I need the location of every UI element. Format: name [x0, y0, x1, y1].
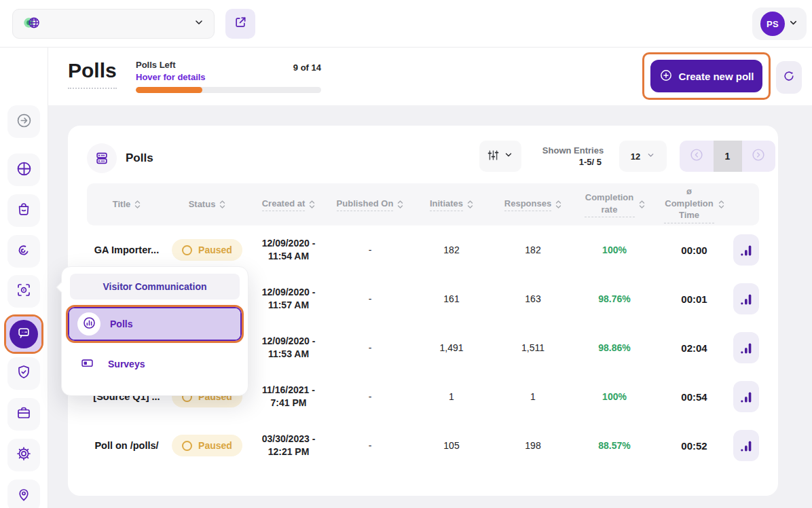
shown-entries: Shown Entries 1-5/ 5 — [536, 145, 610, 167]
refresh-button[interactable] — [776, 61, 802, 94]
view-results-button[interactable] — [733, 283, 759, 314]
globe-status-icon — [22, 14, 41, 35]
quota-progress-fill — [136, 87, 202, 93]
table-toolbar: Shown Entries 1-5/ 5 12 1 — [479, 141, 775, 172]
per-page-select[interactable]: 12 — [619, 141, 667, 172]
table-header-row: Title Status Created at Published On Ini… — [87, 183, 759, 225]
chevron-down-icon — [504, 150, 513, 162]
chevron-down-icon — [193, 17, 204, 31]
filter-button[interactable] — [479, 141, 521, 172]
sort-icon — [309, 200, 315, 209]
sidebar-item-collapse[interactable] — [7, 105, 40, 138]
plus-circle-icon — [659, 69, 673, 84]
sidebar-item-location[interactable] — [7, 479, 40, 508]
view-results-button[interactable] — [733, 332, 759, 363]
sidebar-active-highlight — [6, 316, 41, 352]
popup-beak — [56, 282, 68, 293]
column-header-completion-time[interactable]: ø Completion Time — [655, 185, 733, 223]
column-header-created-at[interactable]: Created at — [248, 198, 329, 212]
sidebar-item-settings[interactable] — [7, 439, 40, 471]
next-page-button[interactable] — [742, 141, 776, 172]
column-header-responses[interactable]: Responses — [492, 198, 574, 212]
refresh-icon — [782, 69, 796, 86]
sidebar-item-tracking[interactable] — [7, 275, 40, 308]
table-row: Poll on /polls/ Paused 03/30/2023 -12:21… — [87, 421, 759, 470]
sort-icon — [467, 200, 473, 209]
pagination: 1 — [680, 141, 775, 172]
bar-chart-icon — [740, 342, 753, 355]
shopping-bag-icon — [16, 201, 32, 220]
visitor-communication-popup: Visitor Communication Polls — [61, 266, 248, 396]
polls-list-icon — [87, 143, 117, 173]
create-poll-annotation-box: Create new poll — [642, 52, 771, 100]
external-link-icon — [234, 16, 247, 32]
open-in-new-tab-button[interactable] — [225, 9, 255, 39]
sort-icon — [134, 200, 141, 209]
view-results-button[interactable] — [733, 430, 759, 461]
gear-icon — [16, 446, 32, 465]
workspace-selector[interactable] — [12, 9, 215, 39]
location-pin-icon — [16, 486, 32, 505]
polls-quota: Polls Left Hover for details 9 of 14 — [136, 60, 321, 93]
sidebar-item-reports[interactable] — [7, 153, 40, 186]
sort-icon — [639, 200, 645, 209]
sidebar-item-visitor-communication[interactable] — [4, 314, 43, 354]
focus-target-icon — [16, 282, 32, 301]
quota-progress-bar — [136, 87, 321, 93]
account-menu[interactable]: PS — [752, 7, 807, 40]
view-results-button[interactable] — [733, 234, 759, 266]
quota-value: 9 of 14 — [293, 62, 321, 73]
prev-page-button[interactable] — [680, 141, 714, 172]
column-header-completion-rate[interactable]: Completion rate — [574, 192, 655, 217]
bar-chart-icon — [740, 391, 753, 403]
sidebar-item-commerce[interactable] — [7, 194, 40, 227]
main-content: Polls Polls Left Hover for details 9 of … — [48, 48, 812, 508]
bar-chart-icon — [740, 244, 753, 257]
shield-check-icon — [16, 364, 32, 383]
sliders-icon — [487, 149, 499, 164]
sort-icon — [219, 200, 225, 209]
survey-icon — [80, 356, 94, 373]
chat-bubble-icon — [16, 325, 31, 343]
circle-arrow-right-icon — [751, 147, 766, 165]
bar-chart-icon — [740, 439, 753, 452]
hover-for-details-link[interactable]: Hover for details — [136, 72, 206, 82]
chevron-down-icon — [646, 151, 655, 162]
polls-menu-annotation-box: Polls — [66, 305, 244, 343]
sidebar — [0, 48, 48, 508]
circle-arrow-left-icon — [689, 147, 704, 165]
column-header-title[interactable]: Title — [87, 198, 166, 211]
view-results-button[interactable] — [733, 381, 759, 412]
sidebar-item-workspace[interactable] — [7, 398, 40, 431]
status-badge: Paused — [172, 435, 242, 456]
sidebar-item-support[interactable] — [7, 357, 40, 390]
sort-icon — [555, 200, 561, 209]
sort-icon — [718, 200, 724, 209]
page-header: Polls Polls Left Hover for details 9 of … — [48, 48, 812, 105]
chevron-down-icon — [788, 18, 798, 31]
top-bar: PS — [0, 0, 812, 48]
create-new-poll-button[interactable]: Create new poll — [650, 60, 762, 92]
sort-icon — [397, 200, 403, 209]
briefcase-icon — [16, 405, 32, 424]
collapse-arrow-icon — [16, 112, 33, 132]
column-header-initiates[interactable]: Initiates — [411, 198, 492, 212]
avatar: PS — [760, 12, 785, 36]
column-header-status[interactable]: Status — [166, 198, 248, 211]
column-header-published-on[interactable]: Published On — [329, 198, 411, 212]
popup-item-surveys[interactable]: Surveys — [67, 348, 242, 380]
sidebar-item-funnels[interactable] — [7, 235, 40, 268]
popup-item-polls[interactable]: Polls — [69, 308, 240, 340]
status-badge: Paused — [172, 239, 242, 261]
page-title: Polls — [68, 59, 117, 89]
polls-left-label: Polls Left — [136, 60, 206, 70]
popup-header: Visitor Communication — [70, 274, 240, 300]
bar-chart-icon — [740, 293, 753, 306]
current-page[interactable]: 1 — [714, 141, 742, 172]
spiral-icon — [16, 242, 32, 261]
pie-chart-icon — [16, 160, 33, 180]
poll-icon — [82, 316, 96, 333]
card-title: Polls — [126, 151, 153, 165]
